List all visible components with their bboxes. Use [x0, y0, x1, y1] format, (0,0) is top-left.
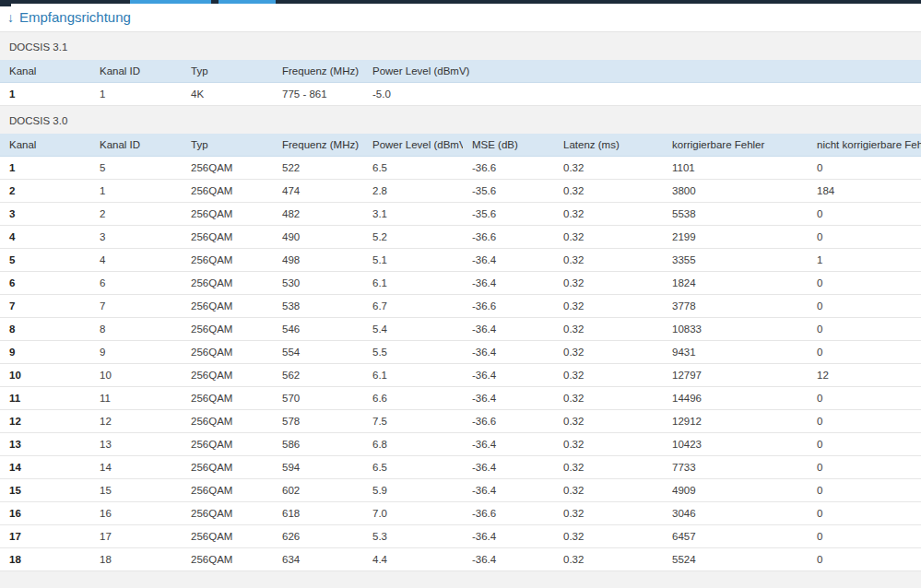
- table-cell: 546: [273, 318, 363, 341]
- column-header: MSE (dB): [463, 134, 554, 157]
- table-cell: 5538: [663, 203, 808, 226]
- table-cell: 9: [0, 341, 90, 364]
- table-cell: 2: [0, 180, 90, 203]
- table-cell: 6: [90, 272, 182, 295]
- table-cell: 256QAM: [182, 318, 273, 341]
- table-row: 77256QAM5386.7-36.60.3237780: [0, 295, 921, 318]
- table-cell: 498: [273, 249, 363, 272]
- table-cell: 5.4: [363, 318, 463, 341]
- table-row: 66256QAM5306.1-36.40.3218240: [0, 272, 921, 295]
- table-cell: 5: [90, 157, 182, 180]
- table-cell: 11: [90, 387, 182, 410]
- table-cell: -36.4: [463, 249, 554, 272]
- table-cell: 0: [808, 433, 921, 456]
- section-toggle-empfangsrichtung[interactable]: ↓ Empfangsrichtung: [0, 4, 921, 31]
- table-cell: 522: [273, 157, 363, 180]
- table-cell: 12797: [663, 364, 808, 387]
- docsis-panel: DOCSIS 3.1 KanalKanal IDTypFrequenz (MHz…: [0, 31, 921, 588]
- column-header: Frequenz (MHz): [273, 134, 363, 157]
- column-header: Power Level (dBmV): [363, 134, 463, 157]
- table-cell: -36.4: [463, 387, 554, 410]
- table-cell: 2199: [663, 226, 808, 249]
- table-cell: 0.32: [554, 364, 663, 387]
- table-cell: 0.32: [554, 272, 663, 295]
- table-cell: 8: [90, 318, 182, 341]
- table-cell: 15: [0, 479, 90, 502]
- table-row: 1010256QAM5626.1-36.40.321279712: [0, 364, 921, 387]
- table-row: 1111256QAM5706.6-36.40.32144960: [0, 387, 921, 410]
- section-title-docsis-30: DOCSIS 3.0: [0, 106, 921, 134]
- section-title-docsis-31: DOCSIS 3.1: [0, 32, 921, 60]
- table-cell: 0.32: [554, 525, 663, 548]
- table-cell: 16: [0, 502, 90, 525]
- table-header-row: KanalKanal IDTypFrequenz (MHz)Power Leve…: [0, 60, 921, 83]
- table-cell: 5.5: [363, 341, 463, 364]
- section-docsis-31: DOCSIS 3.1 KanalKanal IDTypFrequenz (MHz…: [0, 32, 921, 106]
- table-cell: 594: [273, 456, 363, 479]
- table-cell: -36.4: [463, 433, 554, 456]
- table-row: 1414256QAM5946.5-36.40.3277330: [0, 456, 921, 479]
- table-cell: 2: [90, 203, 182, 226]
- table-cell: 0: [808, 341, 921, 364]
- table-cell: 256QAM: [182, 456, 273, 479]
- table-cell: 256QAM: [182, 272, 273, 295]
- table-cell: 3778: [663, 295, 808, 318]
- table-cell: 0: [808, 226, 921, 249]
- table-cell: 2.8: [363, 180, 463, 203]
- table-row: 1313256QAM5866.8-36.40.32104230: [0, 433, 921, 456]
- table-cell: 14: [0, 456, 90, 479]
- table-cell: 8: [0, 318, 90, 341]
- table-cell: 4: [90, 249, 182, 272]
- table-cell: 1: [90, 83, 182, 106]
- table-cell: -36.4: [463, 318, 554, 341]
- topbar-accent-segment: [130, 0, 211, 4]
- table-cell: 0: [808, 295, 921, 318]
- table-cell: 256QAM: [182, 249, 273, 272]
- table-cell: 578: [273, 410, 363, 433]
- table-row: 1212256QAM5787.5-36.60.32129120: [0, 410, 921, 433]
- table-cell: 490: [273, 226, 363, 249]
- table-cell: 10833: [663, 318, 808, 341]
- table-cell: 0.32: [554, 456, 663, 479]
- table-cell: 12: [0, 410, 90, 433]
- table-cell: 13: [90, 433, 182, 456]
- table-cell: 17: [90, 525, 182, 548]
- table-cell: 0: [808, 318, 921, 341]
- table-header-row: KanalKanal IDTypFrequenz (MHz)Power Leve…: [0, 134, 921, 157]
- table-cell: 0: [808, 203, 921, 226]
- table-cell: 7: [90, 295, 182, 318]
- page-title: Empfangsrichtung: [19, 9, 131, 25]
- table-cell: 12: [808, 364, 921, 387]
- table-cell: 3355: [663, 249, 808, 272]
- table-cell: 0: [808, 456, 921, 479]
- table-cell: 626: [273, 525, 363, 548]
- table-cell: 4K: [182, 83, 273, 106]
- table-cell: 7.0: [363, 502, 463, 525]
- table-cell: 0.32: [554, 341, 663, 364]
- table-cell: 538: [273, 295, 363, 318]
- table-cell: 5.3: [363, 525, 463, 548]
- down-arrow-icon: ↓: [7, 11, 14, 24]
- table-cell: 4.4: [363, 548, 463, 571]
- column-header: Typ: [182, 134, 273, 157]
- table-row: 88256QAM5465.4-36.40.32108330: [0, 318, 921, 341]
- table-row: 1515256QAM6025.9-36.40.3249090: [0, 479, 921, 502]
- table-cell: 0: [808, 410, 921, 433]
- table-cell: 6.1: [363, 364, 463, 387]
- table-cell: 3800: [663, 180, 808, 203]
- table-cell: -36.6: [463, 502, 554, 525]
- docsis-30-table: KanalKanal IDTypFrequenz (MHz)Power Leve…: [0, 134, 921, 571]
- table-cell: 554: [273, 341, 363, 364]
- table-cell: 11: [0, 387, 90, 410]
- table-cell: 13: [0, 433, 90, 456]
- table-cell: 256QAM: [182, 180, 273, 203]
- table-row: 43256QAM4905.2-36.60.3221990: [0, 226, 921, 249]
- table-cell: 0.32: [554, 433, 663, 456]
- table-cell: 0.32: [554, 318, 663, 341]
- table-cell: -36.4: [463, 456, 554, 479]
- table-cell: 0.32: [554, 157, 663, 180]
- table-cell: -36.6: [463, 295, 554, 318]
- table-cell: 256QAM: [182, 387, 273, 410]
- table-cell: 0.32: [554, 295, 663, 318]
- table-cell: 6457: [663, 525, 808, 548]
